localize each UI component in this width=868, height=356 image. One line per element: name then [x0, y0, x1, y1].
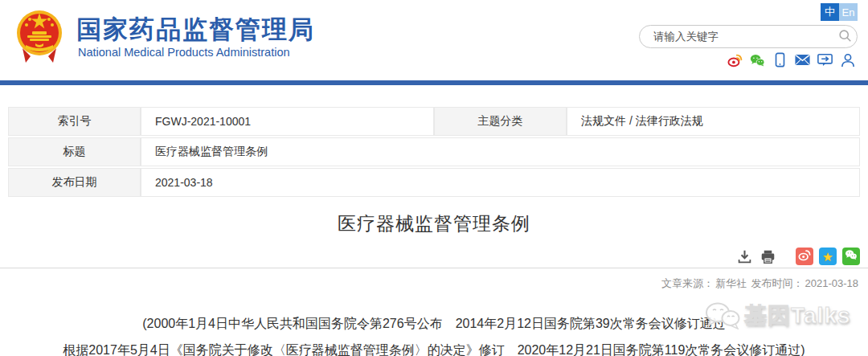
- national-emblem-logo: [16, 6, 63, 66]
- page: 国家药品监督管理局 National Medical Products Admi…: [0, 0, 868, 356]
- lang-zh-button[interactable]: 中: [821, 3, 839, 21]
- site-header: 国家药品监督管理局 National Medical Products Admi…: [0, 0, 868, 80]
- site-subtitle: National Medical Products Administration: [78, 46, 290, 59]
- print-button[interactable]: [759, 248, 776, 265]
- wechat-share-icon: [845, 249, 858, 264]
- source-value: 新华社: [715, 277, 747, 289]
- search-icon: [838, 29, 852, 45]
- mail-icon[interactable]: [795, 52, 810, 68]
- time-value: 2021-03-18: [805, 277, 859, 289]
- document-info-table: 索引号 FGWJ-2021-10001 主题分类 法规文件 / 法律行政法规 标…: [8, 105, 860, 198]
- download-button[interactable]: [735, 248, 753, 265]
- body-line-1: (2000年1月4日中华人民共和国国务院令第276号公布 2014年2月12日国…: [0, 313, 868, 335]
- article-divider: [0, 268, 868, 268]
- publish-date-label: 发布日期: [8, 168, 141, 197]
- site-title: 国家药品监督管理局: [76, 13, 315, 47]
- search-input[interactable]: [640, 31, 833, 43]
- article-tools-row: ★: [735, 248, 860, 265]
- publish-date-value: 2021-03-18: [141, 168, 860, 197]
- header-divider-bar: [0, 80, 868, 85]
- language-toggle: 中 En: [821, 3, 858, 21]
- source-label: 文章来源：: [661, 277, 714, 289]
- article-title: 医疗器械监督管理条例: [0, 211, 868, 236]
- search-box: [639, 25, 858, 48]
- index-number-label: 索引号: [8, 107, 141, 136]
- social-icons-row: [727, 52, 855, 68]
- body-line-2: 根据2017年5月4日《国务院关于修改〈医疗器械监督管理条例〉的决定》修订 20…: [0, 339, 868, 356]
- weibo-icon[interactable]: [727, 52, 743, 68]
- article-meta: 文章来源：新华社 发布时间：2021-03-18: [660, 276, 858, 291]
- user-icon[interactable]: [840, 52, 855, 68]
- table-row: 索引号 FGWJ-2021-10001 主题分类 法规文件 / 法律行政法规: [8, 107, 860, 136]
- topic-category-value: 法规文件 / 法律行政法规: [567, 107, 860, 136]
- search-button[interactable]: [833, 25, 857, 48]
- time-label: 发布时间：: [751, 277, 804, 289]
- share-weibo-button[interactable]: [796, 248, 813, 265]
- title-label: 标题: [8, 137, 141, 166]
- title-value: 医疗器械监督管理条例: [141, 137, 860, 166]
- share-wechat-button[interactable]: [842, 248, 860, 265]
- weibo-share-icon: [798, 249, 811, 264]
- article-body: (2000年1月4日中华人民共和国国务院令第276号公布 2014年2月12日国…: [0, 313, 868, 356]
- mobile-icon[interactable]: [772, 52, 788, 68]
- lang-en-button[interactable]: En: [839, 3, 858, 21]
- share-qzone-button[interactable]: ★: [819, 248, 837, 265]
- topic-category-label: 主题分类: [434, 107, 567, 136]
- wechat-icon[interactable]: [750, 52, 765, 68]
- qzone-star-icon: ★: [822, 251, 833, 263]
- table-row: 标题 医疗器械监督管理条例: [8, 137, 860, 166]
- message-icon[interactable]: [817, 52, 833, 68]
- index-number-value: FGWJ-2021-10001: [141, 107, 434, 136]
- table-row: 发布日期 2021-03-18: [8, 168, 860, 197]
